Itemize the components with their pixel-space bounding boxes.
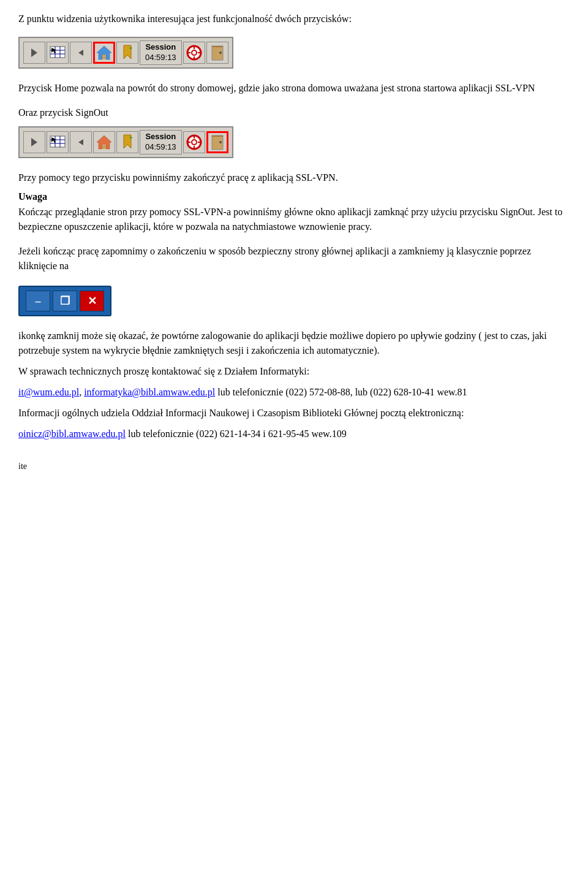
arrow-right-icon xyxy=(31,48,37,57)
toolbar2-wrapper: + Session 04:59:13 xyxy=(18,126,233,158)
toolbar1-container: + Session 04:59:13 xyxy=(18,37,570,69)
bookmark-btn-1[interactable]: + xyxy=(116,42,138,64)
lifesaver-btn-2[interactable] xyxy=(183,131,205,153)
contact-email1[interactable]: it@wum.edu.pl xyxy=(18,387,79,397)
home-section-text: Przycisk Home pozwala na powrót do stron… xyxy=(18,81,570,96)
bookmark-icon-2: + xyxy=(119,134,136,151)
home-btn-1[interactable] xyxy=(93,42,115,64)
door-btn-1[interactable] xyxy=(206,42,228,64)
session-display-1: Session 04:59:13 xyxy=(140,40,182,65)
back-btn-1[interactable] xyxy=(23,42,45,64)
session-label-1: Session xyxy=(145,42,176,53)
minimize-btn[interactable]: – xyxy=(26,291,50,311)
svg-rect-28 xyxy=(102,144,106,149)
svg-point-19 xyxy=(219,51,222,54)
winbar-container: – ❐ ✕ xyxy=(18,286,570,316)
contact-email2[interactable]: informatyka@bibl.amwaw.edu.pl xyxy=(84,387,215,397)
lifesaver-icon xyxy=(186,44,203,61)
minimize-icon: – xyxy=(36,295,41,307)
session-display-2: Session 04:59:13 xyxy=(140,130,182,154)
small-left-btn-1[interactable] xyxy=(70,42,92,64)
svg-rect-7 xyxy=(102,55,106,59)
svg-text:+: + xyxy=(129,134,133,141)
door-btn-2[interactable] xyxy=(206,131,228,153)
info-text2: lub telefonicznie (022) 621-14-34 i 621-… xyxy=(128,428,347,439)
note-text: Kończąc przeglądanie stron przy pomocy S… xyxy=(18,205,570,234)
restore-btn[interactable]: ❐ xyxy=(53,291,77,311)
door-icon-2 xyxy=(209,134,226,151)
svg-text:+: + xyxy=(129,45,133,51)
signout-text: Przy pomocy tego przycisku powinniśmy za… xyxy=(18,170,570,185)
info-email3[interactable]: oinicz@bibl.amwaw.edu.pl xyxy=(18,428,126,439)
signout-label: Oraz przycisk SignOut xyxy=(18,105,570,120)
toolbar2-container: + Session 04:59:13 xyxy=(18,126,570,158)
info-links: oinicz@bibl.amwaw.edu.pl lub telefoniczn… xyxy=(18,427,570,441)
info-text1: Informacji ogólnych udziela Oddział Info… xyxy=(18,406,570,421)
note-section: Uwaga Kończąc przeglądanie stron przy po… xyxy=(18,191,570,234)
network-btn-1[interactable] xyxy=(47,42,69,64)
contact-text1: W sprawach technicznych proszę kontaktow… xyxy=(18,364,570,379)
lifesaver-btn-1[interactable] xyxy=(183,42,205,64)
svg-rect-0 xyxy=(50,47,65,58)
session-time-1: 04:59:13 xyxy=(145,53,176,63)
network-icon-2 xyxy=(49,134,66,151)
arrow-right-icon-2 xyxy=(31,138,37,147)
lifesaver-icon-2 xyxy=(186,134,203,151)
svg-rect-41 xyxy=(212,135,223,137)
svg-rect-20 xyxy=(212,46,223,47)
bookmark-btn-2[interactable]: + xyxy=(116,131,138,153)
restore-icon: ❐ xyxy=(60,295,70,307)
door-icon xyxy=(209,44,226,61)
home-icon xyxy=(96,44,113,61)
winbar-desc-text: ikonkę zamknij może się okazać, że powtó… xyxy=(18,329,570,358)
back-btn-2[interactable] xyxy=(23,131,45,153)
contact-links: it@wum.edu.pl, informatyka@bibl.amwaw.ed… xyxy=(18,385,570,400)
network-btn-2[interactable] xyxy=(47,131,69,153)
home-icon-2 xyxy=(96,134,113,151)
small-left-btn-2[interactable] xyxy=(70,131,92,153)
bookmark-icon: + xyxy=(119,44,136,61)
toolbar1-wrapper: + Session 04:59:13 xyxy=(18,37,233,69)
svg-point-12 xyxy=(192,51,196,55)
winbar: – ❐ ✕ xyxy=(18,286,111,316)
svg-point-33 xyxy=(192,140,196,144)
intro-text: Z punktu widzenia użytkownika interesują… xyxy=(18,12,570,26)
toolbar2: + Session 04:59:13 xyxy=(18,126,233,158)
close-icon: ✕ xyxy=(88,295,97,307)
note-label: Uwaga xyxy=(18,191,570,202)
home-btn-2[interactable] xyxy=(93,131,115,153)
network-icon xyxy=(49,44,66,61)
session-label-2: Session xyxy=(145,132,176,142)
svg-point-40 xyxy=(219,141,222,143)
close-btn[interactable]: ✕ xyxy=(80,291,104,311)
svg-rect-21 xyxy=(50,136,65,147)
warning-text: Jeżeli kończąc pracę zapomnimy o zakończ… xyxy=(18,244,570,273)
bottom-ite: ite xyxy=(18,460,570,473)
arrow-left-icon-2 xyxy=(78,139,83,145)
toolbar1: + Session 04:59:13 xyxy=(18,37,233,69)
arrow-left-icon xyxy=(78,50,83,56)
session-time-2: 04:59:13 xyxy=(145,142,176,153)
contact-text2: lub telefonicznie (022) 572-08-88, lub (… xyxy=(217,387,467,397)
